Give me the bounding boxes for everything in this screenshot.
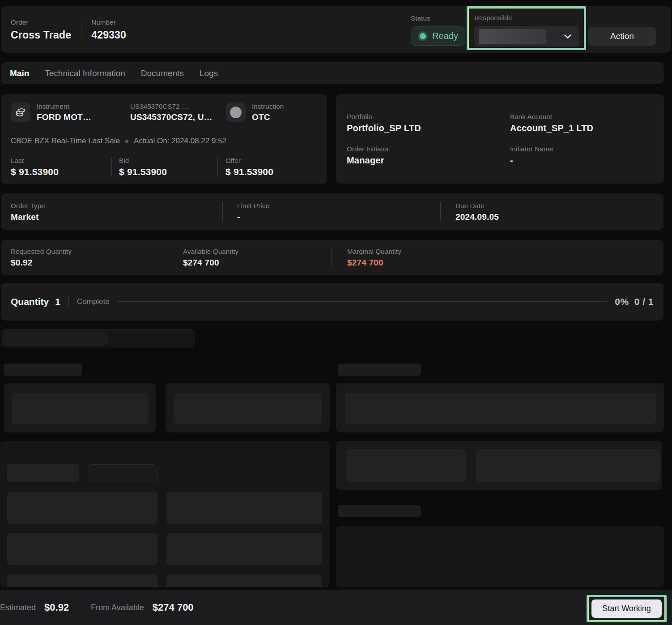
skeleton-tab [3, 331, 108, 346]
status-value: Ready [432, 31, 458, 41]
estimated-label: Estimated [0, 603, 36, 612]
tab-documents[interactable]: Documents [141, 68, 184, 78]
divider [122, 103, 122, 122]
status-block: Status Ready [411, 14, 465, 46]
complete-label: Complete [77, 297, 110, 306]
progress-bar [118, 301, 608, 302]
number-label: Number [91, 18, 126, 26]
skeleton-block [346, 449, 466, 482]
skeleton-card [336, 441, 662, 490]
number-field: Number 429330 [91, 18, 126, 41]
order-title: Cross Trade [11, 29, 71, 41]
instruction-value: OTC [252, 112, 284, 122]
tab-technical-information[interactable]: Technical Information [45, 68, 125, 78]
tab-main[interactable]: Main [10, 68, 29, 78]
skeleton-block [7, 574, 157, 587]
skeleton-block [166, 492, 322, 524]
details-row-1: Portfolio Portfolio_SP LTD Bank Account … [347, 113, 653, 133]
responsible-highlight: Responsible [467, 6, 586, 50]
skeleton-chip-outline [88, 464, 157, 482]
skeleton-block [174, 393, 322, 424]
order-header: Order Cross Trade Number 429330 Status R… [1, 6, 671, 53]
instrument-field: Instrument FORD MOT… [37, 103, 114, 122]
bid-price: Bid $ 91.53900 [112, 157, 217, 177]
status-dot-icon [418, 31, 428, 41]
skeleton-block [166, 533, 322, 565]
initiator-name-field: Initiator Name - [499, 145, 553, 166]
coins-icon [11, 103, 30, 122]
portfolio-field: Portfolio Portfolio_SP LTD [347, 113, 499, 133]
order-number: 429330 [91, 29, 126, 41]
details-panel: Portfolio Portfolio_SP LTD Bank Account … [336, 94, 664, 184]
prices-row: Last $ 91.53900 Bid $ 91.53900 Offer $ 9… [1, 151, 327, 183]
quantity-count: 1 [55, 296, 60, 307]
skeleton-panel-left [0, 441, 330, 587]
order-terms-row: Order Type Market Limit Price - Due Date… [1, 193, 663, 230]
skeleton-block [7, 533, 157, 565]
bank-account-field: Bank Account Account_SP_1 LTD [499, 113, 593, 133]
market-feed: CBOE BZX Real-Time Last Sale [11, 137, 120, 146]
tab-logs[interactable]: Logs [200, 68, 218, 78]
cross-trade-order-page: Order Cross Trade Number 429330 Status R… [0, 0, 672, 625]
quantity-progress-row: Quantity 1 Complete 0% 0 / 1 [1, 283, 663, 321]
instruction-circle-icon [226, 103, 246, 122]
skeleton-card [166, 383, 330, 432]
quantity-title: Quantity [11, 296, 49, 307]
start-working-button[interactable]: Start Working [591, 599, 662, 618]
chevron-down-icon [563, 31, 573, 41]
details-row-2: Order Initiator Manager Initiator Name - [347, 145, 653, 166]
skeleton-card [4, 383, 156, 432]
skeleton-block [476, 449, 660, 482]
skeleton-block [12, 393, 149, 424]
order-identity: Order Cross Trade Number 429330 [11, 6, 126, 53]
skeleton-tab-bar [1, 329, 195, 347]
footer-bar: Estimated $0.92 From Available $274 700 … [0, 590, 672, 625]
requested-quantity-field: Requested Quantity $0.92 [1, 248, 168, 268]
progress-percent: 0% [615, 296, 629, 307]
separator-dot-icon [125, 140, 128, 143]
skeleton-label [338, 364, 421, 376]
skeleton-label [4, 364, 82, 376]
isin-field: US345370CS72 … US345370CS72, U… [130, 103, 226, 122]
start-working-highlight: Start Working [587, 595, 667, 622]
order-type-field: Order Type Market [1, 202, 222, 222]
skeleton-panel-right [336, 526, 664, 587]
order-initiator-field: Order Initiator Manager [347, 145, 499, 166]
market-feed-row: CBOE BZX Real-Time Last Sale Actual On: … [1, 131, 327, 151]
order-field: Order Cross Trade [11, 18, 71, 41]
limit-price-field: Limit Price - [223, 202, 440, 222]
instrument-value: FORD MOT… [37, 112, 114, 122]
actual-on: Actual On: 2024.08.22 9:52 [134, 137, 226, 146]
divider [68, 297, 69, 307]
status-label: Status [411, 14, 465, 22]
skeleton-card [336, 383, 664, 432]
instruction-label: Instruction [252, 103, 284, 110]
instruction-field: Instruction OTC [252, 103, 284, 122]
responsible-label: Responsible [474, 14, 512, 21]
marginal-quantity-field: Marginal Quantity $274 700 [332, 248, 401, 268]
status-badge: Ready [411, 26, 465, 46]
available-quantity-field: Available Quantity $274 700 [168, 248, 332, 268]
from-available-label: From Available [91, 603, 144, 612]
tab-bar: Main Technical Information Documents Log… [1, 62, 663, 84]
order-label: Order [11, 18, 71, 26]
last-price: Last $ 91.53900 [1, 157, 111, 177]
header-divider [81, 20, 81, 39]
action-button[interactable]: Action [588, 27, 656, 46]
skeleton-block [345, 393, 656, 424]
due-date-field: Due Date 2024.09.05 [441, 202, 499, 222]
skeleton-block [7, 492, 157, 524]
progress-ratio: 0 / 1 [634, 296, 654, 307]
instrument-label: Instrument [37, 103, 114, 110]
isin-label: US345370CS72 … [130, 103, 226, 110]
responsible-value-redacted [479, 29, 546, 44]
responsible-dropdown[interactable] [474, 26, 579, 47]
skeleton-label [338, 505, 421, 517]
skeleton-chip [7, 464, 79, 482]
quantities-row: Requested Quantity $0.92 Available Quant… [1, 240, 663, 275]
estimated-value: $0.92 [44, 602, 69, 613]
from-available-value: $274 700 [153, 602, 194, 613]
offer-price: Offer $ 91.53900 [218, 157, 273, 177]
isin-value: US345370CS72, U… [130, 112, 226, 122]
instrument-row: Instrument FORD MOT… US345370CS72 … US34… [1, 94, 327, 131]
